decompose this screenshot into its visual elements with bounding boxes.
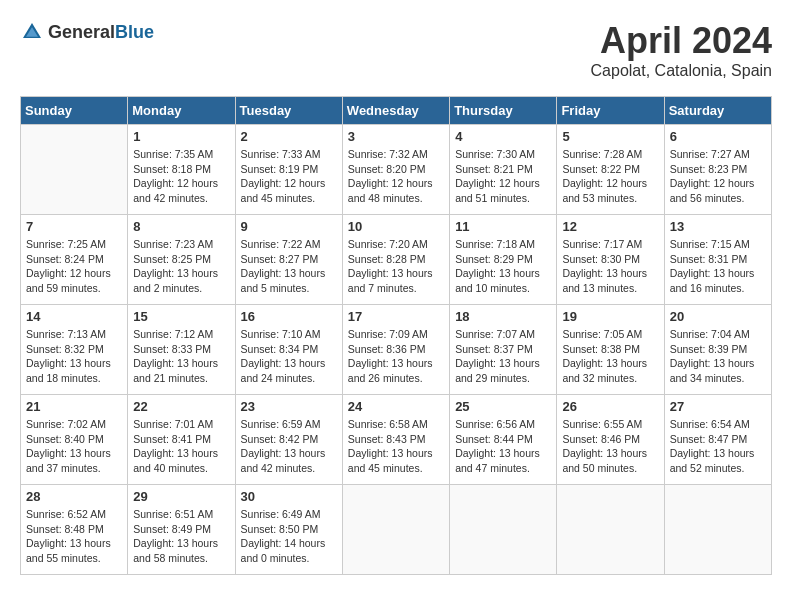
day-info: Sunrise: 6:54 AM Sunset: 8:47 PM Dayligh…: [670, 417, 766, 476]
day-info: Sunrise: 7:27 AM Sunset: 8:23 PM Dayligh…: [670, 147, 766, 206]
day-info: Sunrise: 7:01 AM Sunset: 8:41 PM Dayligh…: [133, 417, 229, 476]
calendar-cell: 15Sunrise: 7:12 AM Sunset: 8:33 PM Dayli…: [128, 305, 235, 395]
day-info: Sunrise: 6:49 AM Sunset: 8:50 PM Dayligh…: [241, 507, 337, 566]
day-info: Sunrise: 7:04 AM Sunset: 8:39 PM Dayligh…: [670, 327, 766, 386]
day-number: 13: [670, 219, 766, 234]
calendar-cell: 23Sunrise: 6:59 AM Sunset: 8:42 PM Dayli…: [235, 395, 342, 485]
day-info: Sunrise: 7:35 AM Sunset: 8:18 PM Dayligh…: [133, 147, 229, 206]
day-info: Sunrise: 7:10 AM Sunset: 8:34 PM Dayligh…: [241, 327, 337, 386]
day-number: 24: [348, 399, 444, 414]
calendar-cell: [664, 485, 771, 575]
day-number: 6: [670, 129, 766, 144]
title-block: April 2024 Capolat, Catalonia, Spain: [591, 20, 772, 80]
day-number: 30: [241, 489, 337, 504]
day-info: Sunrise: 7:28 AM Sunset: 8:22 PM Dayligh…: [562, 147, 658, 206]
day-info: Sunrise: 7:07 AM Sunset: 8:37 PM Dayligh…: [455, 327, 551, 386]
month-title: April 2024: [591, 20, 772, 62]
col-header-sunday: Sunday: [21, 97, 128, 125]
calendar-cell: 20Sunrise: 7:04 AM Sunset: 8:39 PM Dayli…: [664, 305, 771, 395]
day-number: 20: [670, 309, 766, 324]
calendar-cell: [450, 485, 557, 575]
day-number: 17: [348, 309, 444, 324]
col-header-tuesday: Tuesday: [235, 97, 342, 125]
calendar-cell: 28Sunrise: 6:52 AM Sunset: 8:48 PM Dayli…: [21, 485, 128, 575]
day-number: 7: [26, 219, 122, 234]
calendar-cell: 27Sunrise: 6:54 AM Sunset: 8:47 PM Dayli…: [664, 395, 771, 485]
day-info: Sunrise: 7:15 AM Sunset: 8:31 PM Dayligh…: [670, 237, 766, 296]
calendar-cell: [342, 485, 449, 575]
day-number: 23: [241, 399, 337, 414]
day-number: 29: [133, 489, 229, 504]
day-info: Sunrise: 7:30 AM Sunset: 8:21 PM Dayligh…: [455, 147, 551, 206]
calendar-cell: 26Sunrise: 6:55 AM Sunset: 8:46 PM Dayli…: [557, 395, 664, 485]
logo: GeneralBlue: [20, 20, 154, 44]
day-number: 9: [241, 219, 337, 234]
week-row-4: 21Sunrise: 7:02 AM Sunset: 8:40 PM Dayli…: [21, 395, 772, 485]
calendar-cell: 5Sunrise: 7:28 AM Sunset: 8:22 PM Daylig…: [557, 125, 664, 215]
day-info: Sunrise: 6:51 AM Sunset: 8:49 PM Dayligh…: [133, 507, 229, 566]
day-number: 11: [455, 219, 551, 234]
day-info: Sunrise: 7:02 AM Sunset: 8:40 PM Dayligh…: [26, 417, 122, 476]
calendar-table: SundayMondayTuesdayWednesdayThursdayFrid…: [20, 96, 772, 575]
week-row-5: 28Sunrise: 6:52 AM Sunset: 8:48 PM Dayli…: [21, 485, 772, 575]
calendar-cell: 24Sunrise: 6:58 AM Sunset: 8:43 PM Dayli…: [342, 395, 449, 485]
calendar-cell: 22Sunrise: 7:01 AM Sunset: 8:41 PM Dayli…: [128, 395, 235, 485]
day-info: Sunrise: 7:17 AM Sunset: 8:30 PM Dayligh…: [562, 237, 658, 296]
location-subtitle: Capolat, Catalonia, Spain: [591, 62, 772, 80]
calendar-cell: 11Sunrise: 7:18 AM Sunset: 8:29 PM Dayli…: [450, 215, 557, 305]
col-header-thursday: Thursday: [450, 97, 557, 125]
day-info: Sunrise: 7:33 AM Sunset: 8:19 PM Dayligh…: [241, 147, 337, 206]
day-number: 8: [133, 219, 229, 234]
calendar-cell: 17Sunrise: 7:09 AM Sunset: 8:36 PM Dayli…: [342, 305, 449, 395]
calendar-cell: 9Sunrise: 7:22 AM Sunset: 8:27 PM Daylig…: [235, 215, 342, 305]
calendar-cell: 16Sunrise: 7:10 AM Sunset: 8:34 PM Dayli…: [235, 305, 342, 395]
col-header-saturday: Saturday: [664, 97, 771, 125]
day-number: 12: [562, 219, 658, 234]
day-number: 5: [562, 129, 658, 144]
day-info: Sunrise: 7:23 AM Sunset: 8:25 PM Dayligh…: [133, 237, 229, 296]
calendar-cell: 14Sunrise: 7:13 AM Sunset: 8:32 PM Dayli…: [21, 305, 128, 395]
calendar-cell: 4Sunrise: 7:30 AM Sunset: 8:21 PM Daylig…: [450, 125, 557, 215]
day-number: 16: [241, 309, 337, 324]
day-number: 18: [455, 309, 551, 324]
day-number: 10: [348, 219, 444, 234]
calendar-cell: 12Sunrise: 7:17 AM Sunset: 8:30 PM Dayli…: [557, 215, 664, 305]
calendar-cell: 13Sunrise: 7:15 AM Sunset: 8:31 PM Dayli…: [664, 215, 771, 305]
calendar-cell: 30Sunrise: 6:49 AM Sunset: 8:50 PM Dayli…: [235, 485, 342, 575]
day-number: 28: [26, 489, 122, 504]
day-number: 14: [26, 309, 122, 324]
logo-icon: [20, 20, 44, 44]
day-info: Sunrise: 7:22 AM Sunset: 8:27 PM Dayligh…: [241, 237, 337, 296]
day-number: 4: [455, 129, 551, 144]
logo-blue: Blue: [115, 22, 154, 42]
calendar-cell: 3Sunrise: 7:32 AM Sunset: 8:20 PM Daylig…: [342, 125, 449, 215]
day-info: Sunrise: 6:56 AM Sunset: 8:44 PM Dayligh…: [455, 417, 551, 476]
calendar-cell: 7Sunrise: 7:25 AM Sunset: 8:24 PM Daylig…: [21, 215, 128, 305]
day-info: Sunrise: 7:18 AM Sunset: 8:29 PM Dayligh…: [455, 237, 551, 296]
page-header: GeneralBlue April 2024 Capolat, Cataloni…: [20, 20, 772, 80]
day-info: Sunrise: 7:09 AM Sunset: 8:36 PM Dayligh…: [348, 327, 444, 386]
calendar-cell: 29Sunrise: 6:51 AM Sunset: 8:49 PM Dayli…: [128, 485, 235, 575]
week-row-1: 1Sunrise: 7:35 AM Sunset: 8:18 PM Daylig…: [21, 125, 772, 215]
day-info: Sunrise: 6:59 AM Sunset: 8:42 PM Dayligh…: [241, 417, 337, 476]
week-row-3: 14Sunrise: 7:13 AM Sunset: 8:32 PM Dayli…: [21, 305, 772, 395]
calendar-cell: [21, 125, 128, 215]
day-number: 15: [133, 309, 229, 324]
day-info: Sunrise: 7:12 AM Sunset: 8:33 PM Dayligh…: [133, 327, 229, 386]
calendar-cell: 10Sunrise: 7:20 AM Sunset: 8:28 PM Dayli…: [342, 215, 449, 305]
col-header-friday: Friday: [557, 97, 664, 125]
calendar-cell: 18Sunrise: 7:07 AM Sunset: 8:37 PM Dayli…: [450, 305, 557, 395]
day-info: Sunrise: 7:25 AM Sunset: 8:24 PM Dayligh…: [26, 237, 122, 296]
day-info: Sunrise: 7:20 AM Sunset: 8:28 PM Dayligh…: [348, 237, 444, 296]
day-number: 2: [241, 129, 337, 144]
calendar-cell: 6Sunrise: 7:27 AM Sunset: 8:23 PM Daylig…: [664, 125, 771, 215]
day-number: 1: [133, 129, 229, 144]
day-info: Sunrise: 7:13 AM Sunset: 8:32 PM Dayligh…: [26, 327, 122, 386]
col-header-monday: Monday: [128, 97, 235, 125]
day-number: 22: [133, 399, 229, 414]
day-number: 21: [26, 399, 122, 414]
logo-general: General: [48, 22, 115, 42]
calendar-cell: 19Sunrise: 7:05 AM Sunset: 8:38 PM Dayli…: [557, 305, 664, 395]
calendar-cell: 2Sunrise: 7:33 AM Sunset: 8:19 PM Daylig…: [235, 125, 342, 215]
day-number: 3: [348, 129, 444, 144]
